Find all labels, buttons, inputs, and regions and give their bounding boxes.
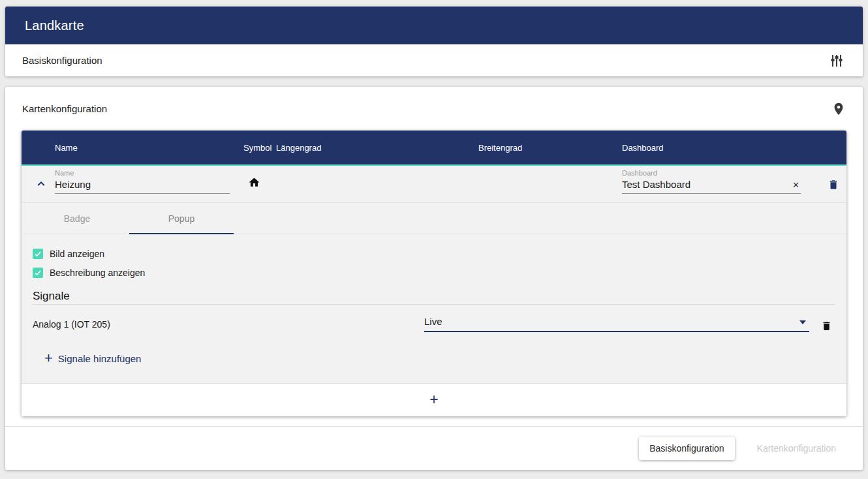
app-header: Landkarte — [5, 7, 863, 44]
add-signal-button[interactable]: + Signale hinzufügen — [44, 352, 141, 365]
column-header-dashboard: Dashboard — [622, 143, 664, 153]
show-image-checkbox-row: Bild anzeigen — [33, 246, 104, 262]
column-header-longitude: Längengrad — [276, 143, 321, 153]
check-icon — [34, 250, 42, 258]
dashboard-input[interactable] — [622, 178, 801, 194]
name-input[interactable] — [55, 178, 230, 194]
name-field-group: Name — [55, 169, 230, 194]
clear-dashboard-button[interactable]: ✕ — [792, 181, 799, 189]
tune-icon — [829, 53, 845, 69]
table-header: Name Symbol Längengrad Breitengrad Dashb… — [22, 131, 846, 164]
tune-button[interactable] — [826, 50, 847, 71]
signal-name: Analog 1 (IOT 205) — [33, 319, 110, 330]
basis-config-title: Basiskonfiguration — [22, 55, 102, 66]
tab-badge[interactable]: Badge — [25, 203, 129, 234]
basis-config-bar: Basiskonfiguration — [5, 44, 863, 76]
signal-mode-select[interactable]: Live — [424, 314, 809, 332]
home-icon[interactable] — [248, 176, 260, 189]
signal-mode-value: Live — [424, 316, 442, 327]
plus-icon: + — [44, 352, 53, 365]
check-icon — [34, 269, 42, 277]
table-row: Name Dashboard ✕ — [22, 166, 846, 202]
delete-row-button[interactable] — [823, 174, 844, 195]
delete-signal-button[interactable] — [816, 315, 837, 336]
page-title: Landkarte — [25, 18, 84, 33]
place-button[interactable] — [828, 99, 849, 119]
show-image-checkbox[interactable] — [33, 249, 43, 259]
add-signal-label: Signale hinzufügen — [58, 353, 142, 364]
plus-icon: + — [429, 391, 438, 408]
footer-actions: Basiskonfiguration Kartenkonfiguration — [5, 427, 863, 470]
show-description-label: Beschreibung anzeigen — [50, 268, 145, 278]
top-card: Landkarte Basiskonfiguration — [5, 7, 863, 76]
add-marker-row: + — [22, 383, 846, 416]
show-image-label: Bild anzeigen — [50, 249, 104, 259]
column-header-name: Name — [55, 143, 78, 153]
signals-divider — [33, 304, 835, 305]
clear-icon: ✕ — [792, 180, 799, 190]
markers-table: Name Symbol Längengrad Breitengrad Dashb… — [22, 131, 846, 416]
map-config-title: Kartenkonfiguration — [22, 103, 107, 114]
collapse-row-button[interactable] — [31, 174, 52, 194]
map-config-card: Kartenkonfiguration Name Symbol Längengr… — [5, 87, 863, 470]
add-marker-button[interactable]: + — [429, 392, 438, 407]
dashboard-field-label: Dashboard — [622, 169, 801, 177]
popup-tab-panel: Bild anzeigen Beschreibung anzeigen Sign… — [22, 234, 846, 383]
show-description-checkbox[interactable] — [33, 268, 43, 278]
column-header-symbol: Symbol — [243, 143, 271, 153]
map-config-nav-button[interactable]: Kartenkonfiguration — [747, 437, 846, 460]
basis-config-nav-button[interactable]: Basiskonfiguration — [639, 437, 734, 460]
name-field-label: Name — [55, 169, 230, 177]
delete-icon — [821, 320, 832, 332]
row-detail-tabs: Badge Popup — [22, 202, 846, 234]
place-icon — [831, 102, 846, 116]
signals-heading: Signale — [33, 290, 70, 303]
dashboard-field-group: Dashboard ✕ — [622, 169, 801, 194]
delete-icon — [828, 178, 839, 191]
page: Landkarte Basiskonfiguration Kartenkonfi… — [0, 0, 868, 479]
map-config-header: Kartenkonfiguration — [5, 87, 863, 131]
column-header-latitude: Breitengrad — [478, 143, 522, 153]
chevron-down-icon — [799, 320, 806, 324]
tab-popup[interactable]: Popup — [129, 203, 234, 234]
chevron-up-icon — [36, 179, 46, 189]
show-description-checkbox-row: Beschreibung anzeigen — [33, 265, 145, 281]
